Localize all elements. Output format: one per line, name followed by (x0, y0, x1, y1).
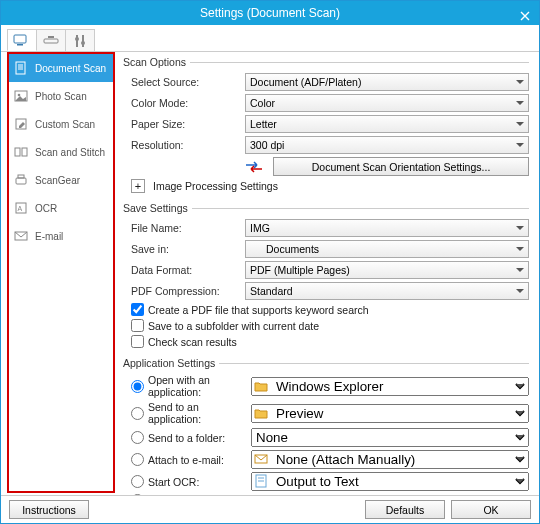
sidebar-item-label: Custom Scan (35, 119, 95, 130)
svg-text:A: A (18, 205, 23, 212)
file-name-label: File Name: (131, 222, 241, 234)
pdf-compression-dropdown[interactable]: Standard (245, 282, 529, 300)
save-settings-legend: Save Settings (123, 202, 192, 214)
svg-point-6 (75, 37, 79, 41)
svg-rect-15 (15, 148, 20, 156)
sidebar-item-email[interactable]: E-mail (9, 222, 113, 250)
sidebar-item-ocr[interactable]: A OCR (9, 194, 113, 222)
sidebar-item-label: Document Scan (35, 63, 106, 74)
svg-rect-2 (44, 39, 58, 43)
defaults-button[interactable]: Defaults (365, 500, 445, 519)
titlebar: Settings (Document Scan) (1, 1, 539, 25)
photo-scan-icon (13, 88, 29, 104)
document-scan-icon (13, 60, 29, 76)
ocr-icon: A (13, 200, 29, 216)
start-ocr-label: Start OCR: (148, 476, 199, 488)
sidebar-item-document-scan[interactable]: Document Scan (9, 54, 113, 82)
tab-scan-from-panel[interactable] (36, 29, 66, 51)
send-folder-label: Send to a folder: (148, 432, 225, 444)
sidebar-item-label: Photo Scan (35, 91, 87, 102)
ok-button[interactable]: OK (451, 500, 531, 519)
color-mode-dropdown[interactable]: Color (245, 94, 529, 112)
chk-check-results-label: Check scan results (148, 336, 237, 348)
pdf-compression-label: PDF Compression: (131, 285, 241, 297)
chk-subfolder-label: Save to a subfolder with current date (148, 320, 319, 332)
stitch-icon (13, 144, 29, 160)
save-in-label: Save in: (131, 243, 241, 255)
svg-rect-0 (14, 35, 26, 43)
send-app-label: Send to an application: (148, 401, 247, 425)
tab-scan-from-computer[interactable] (7, 29, 37, 51)
chk-check-results[interactable] (131, 335, 144, 348)
data-format-label: Data Format: (131, 264, 241, 276)
resolution-label: Resolution: (131, 139, 241, 151)
orientation-settings-button[interactable]: Document Scan Orientation Settings... (273, 157, 529, 176)
sidebar-item-label: ScanGear (35, 175, 80, 186)
window-title: Settings (Document Scan) (200, 6, 340, 20)
application-settings-group: Application Settings Open with an applic… (123, 357, 529, 495)
chk-subfolder[interactable] (131, 319, 144, 332)
send-folder-dropdown[interactable]: None (251, 428, 529, 447)
chk-keyword-pdf[interactable] (131, 303, 144, 316)
open-app-label: Open with an application: (148, 374, 247, 398)
send-app-dropdown[interactable]: Preview (251, 404, 529, 423)
radio-send-folder[interactable] (131, 431, 144, 444)
svg-rect-18 (18, 175, 24, 178)
save-settings-group: Save Settings File Name: IMG Save in: Do… (123, 202, 529, 351)
no-app-label: Do not start any application (148, 495, 275, 496)
scan-options-legend: Scan Options (123, 56, 190, 68)
svg-point-13 (18, 94, 21, 97)
instructions-button[interactable]: Instructions (9, 500, 89, 519)
sidebar-item-label: E-mail (35, 231, 63, 242)
custom-scan-icon (13, 116, 29, 132)
svg-rect-17 (16, 178, 26, 184)
svg-rect-1 (17, 44, 23, 46)
svg-rect-3 (48, 36, 54, 38)
paper-size-label: Paper Size: (131, 118, 241, 130)
open-app-dropdown[interactable]: Windows Explorer (251, 377, 529, 396)
svg-rect-16 (22, 148, 27, 156)
save-in-dropdown[interactable]: Documents (245, 240, 529, 258)
scan-options-group: Scan Options Select Source: Document (AD… (123, 56, 529, 196)
select-source-dropdown[interactable]: Document (ADF/Platen) (245, 73, 529, 91)
footer: Instructions Defaults OK (1, 495, 539, 523)
paper-size-dropdown[interactable]: Letter (245, 115, 529, 133)
sidebar-item-label: Scan and Stitch (35, 147, 105, 158)
tab-general-settings[interactable] (65, 29, 95, 51)
radio-attach-email[interactable] (131, 453, 144, 466)
settings-panel: Scan Options Select Source: Document (AD… (117, 52, 539, 495)
sidebar-item-scangear[interactable]: ScanGear (9, 166, 113, 194)
radio-send-app[interactable] (131, 407, 144, 420)
chk-keyword-label: Create a PDF file that supports keyword … (148, 304, 369, 316)
sidebar-item-photo-scan[interactable]: Photo Scan (9, 82, 113, 110)
expand-image-processing[interactable]: + (131, 179, 145, 193)
image-processing-label: Image Processing Settings (153, 180, 278, 192)
attach-email-dropdown[interactable]: None (Attach Manually) (251, 450, 529, 469)
color-mode-label: Color Mode: (131, 97, 241, 109)
radio-no-app[interactable] (131, 494, 144, 495)
mode-tabbar (1, 25, 539, 52)
attach-email-label: Attach to e-mail: (148, 454, 224, 466)
svg-rect-8 (16, 62, 25, 74)
start-ocr-dropdown[interactable]: Output to Text (251, 472, 529, 491)
email-icon (13, 228, 29, 244)
select-source-label: Select Source: (131, 76, 241, 88)
radio-open-app[interactable] (131, 380, 144, 393)
sidebar-item-label: OCR (35, 203, 57, 214)
sidebar: Document Scan Photo Scan Custom Scan Sca… (7, 52, 115, 493)
svg-point-7 (81, 41, 85, 45)
swap-orientation-icon[interactable] (245, 161, 263, 173)
data-format-dropdown[interactable]: PDF (Multiple Pages) (245, 261, 529, 279)
close-icon[interactable] (517, 5, 533, 21)
sidebar-item-scan-and-stitch[interactable]: Scan and Stitch (9, 138, 113, 166)
file-name-input[interactable]: IMG (245, 219, 529, 237)
sidebar-item-custom-scan[interactable]: Custom Scan (9, 110, 113, 138)
scangear-icon (13, 172, 29, 188)
radio-start-ocr[interactable] (131, 475, 144, 488)
application-settings-legend: Application Settings (123, 357, 219, 369)
resolution-dropdown[interactable]: 300 dpi (245, 136, 529, 154)
